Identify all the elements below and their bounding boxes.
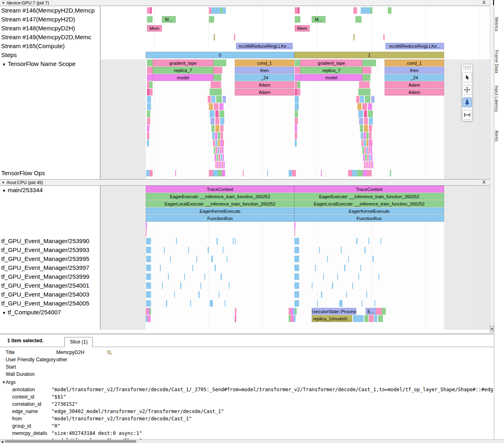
trace-event[interactable] <box>362 59 376 66</box>
trace-event[interactable] <box>204 273 205 280</box>
trace-event[interactable] <box>364 110 367 117</box>
selection-tool-button[interactable] <box>462 72 472 82</box>
trace-event[interactable] <box>368 147 370 154</box>
trace-event-mem[interactable]: Mem <box>295 25 310 32</box>
trace-event[interactable] <box>210 300 213 307</box>
sidebar-tab-frame-data[interactable]: Frame Data <box>494 43 499 80</box>
trace-event[interactable] <box>370 7 372 14</box>
trace-event[interactable] <box>363 154 365 161</box>
trace-event[interactable] <box>366 291 367 298</box>
trace-event[interactable] <box>170 256 171 262</box>
trace-event[interactable] <box>374 315 377 322</box>
trace-event[interactable] <box>218 170 222 176</box>
trace-event[interactable] <box>223 247 223 253</box>
trace-event[interactable] <box>147 96 151 103</box>
trace-event[interactable] <box>352 282 353 289</box>
trace-event-then[interactable]: then <box>385 67 444 74</box>
trace-event-ncclallreduceringllke[interactable]: ncclAllReduceRingLLKe... <box>385 43 444 49</box>
trace-event-replica-7[interactable]: replica_7 <box>300 67 362 74</box>
trace-event[interactable] <box>222 140 224 146</box>
trace-event[interactable] <box>147 118 150 125</box>
trace-event[interactable] <box>147 74 153 81</box>
trace-event[interactable] <box>355 16 362 23</box>
trace-event-adam[interactable]: Adam <box>235 81 294 88</box>
trace-event[interactable] <box>358 89 370 95</box>
trace-event[interactable] <box>222 170 225 176</box>
trace-event-eagerlocalexecute-inference-train-function-26025[interactable]: EagerLocalExecute: __inference_train_fun… <box>146 200 294 207</box>
trace-event[interactable] <box>360 265 361 271</box>
trace-event[interactable] <box>146 229 147 236</box>
horizontal-scrollbar[interactable]: ◀ <box>0 439 504 443</box>
track-label-tf-gpu-event-manager-254003[interactable]: tf_GPU_Event_Manager/254003 <box>0 290 100 299</box>
trace-event[interactable] <box>295 132 297 139</box>
trace-event[interactable] <box>364 125 368 132</box>
trace-event[interactable] <box>146 273 151 280</box>
trace-event[interactable] <box>215 265 216 271</box>
search-icon[interactable] <box>107 350 112 355</box>
trace-event-executorstate-process[interactable]: ExecutorState::Process <box>312 308 356 315</box>
trace-event[interactable] <box>295 103 299 110</box>
trace-event[interactable] <box>319 247 320 253</box>
trace-event[interactable] <box>369 132 372 139</box>
trace-event[interactable] <box>208 247 209 253</box>
trace-event[interactable] <box>295 140 297 146</box>
trace-event[interactable] <box>315 265 316 271</box>
trace-event[interactable] <box>370 147 372 154</box>
trace-event[interactable] <box>358 110 363 117</box>
trace-event-mem[interactable]: Mem <box>147 25 162 32</box>
trace-event[interactable] <box>294 273 299 280</box>
trace-event[interactable] <box>216 147 217 154</box>
trace-event[interactable] <box>364 315 368 322</box>
trace-event[interactable] <box>168 273 169 280</box>
trace-event[interactable] <box>369 118 373 125</box>
track-label-tf-gpu-event-manager-254005[interactable]: tf_GPU_Event_Manager/254005 <box>0 299 100 308</box>
pan-tool-button[interactable] <box>462 85 472 95</box>
trace-event[interactable] <box>211 7 220 14</box>
trace-event[interactable] <box>210 89 222 95</box>
trace-event[interactable] <box>218 140 220 146</box>
track-label-stream-147-memcpyh2d[interactable]: Stream #147(MemcpyH2D) <box>0 15 100 24</box>
trace-event[interactable] <box>223 161 225 168</box>
sidebar-tab-alerts[interactable]: Alerts <box>494 117 499 155</box>
trace-event[interactable] <box>295 118 298 125</box>
trace-event[interactable] <box>390 170 391 176</box>
trace-event[interactable] <box>364 147 366 154</box>
trace-event[interactable] <box>295 67 300 74</box>
trace-event[interactable] <box>295 74 300 81</box>
trace-event[interactable] <box>214 103 219 110</box>
trace-event[interactable] <box>368 103 372 110</box>
trace-event[interactable] <box>353 315 364 322</box>
trace-event[interactable] <box>370 161 372 168</box>
trace-event[interactable] <box>146 247 151 253</box>
horizontal-scrollbar-thumb[interactable] <box>5 440 136 443</box>
trace-event-eagerexecute-inference-train-function-260252[interactable]: EagerExecute: __inference_train_function… <box>294 193 444 200</box>
trace-event[interactable] <box>147 140 149 146</box>
close-gpu-panel-button[interactable]: X <box>481 0 487 5</box>
trace-event[interactable] <box>366 147 368 154</box>
trace-event[interactable] <box>146 300 151 307</box>
trace-event[interactable] <box>211 256 213 262</box>
track-label-tf-gpu-event-manager-253993[interactable]: tf_GPU_Event_Manager/253993 <box>0 246 100 254</box>
trace-event[interactable] <box>379 273 379 280</box>
trace-event[interactable] <box>364 140 366 146</box>
track-label-tf-gpu-event-manager-253999[interactable]: tf_GPU_Event_Manager/253999 <box>0 272 100 281</box>
trace-event[interactable] <box>353 7 357 14</box>
trace-event[interactable] <box>213 140 215 146</box>
trace-event[interactable] <box>388 7 391 14</box>
trace-event[interactable] <box>327 256 328 262</box>
trace-event[interactable] <box>361 7 370 14</box>
trace-event[interactable] <box>235 238 236 244</box>
trace-event[interactable] <box>332 282 333 289</box>
trace-event[interactable] <box>192 265 193 271</box>
trace-event[interactable] <box>164 247 165 253</box>
track-label-tf-gpu-event-manager-253997[interactable]: tf_GPU_Event_Manager/253997 <box>0 263 100 272</box>
trace-event[interactable] <box>213 67 222 74</box>
trace-event[interactable] <box>378 315 383 322</box>
trace-event[interactable] <box>369 125 372 132</box>
trace-event-gradient-tape[interactable]: gradient_tape <box>300 59 362 66</box>
trace-event[interactable] <box>364 118 368 125</box>
trace-event[interactable] <box>235 315 236 322</box>
trace-event[interactable] <box>149 81 153 88</box>
trace-event[interactable] <box>219 103 223 110</box>
trace-event[interactable] <box>214 34 215 40</box>
